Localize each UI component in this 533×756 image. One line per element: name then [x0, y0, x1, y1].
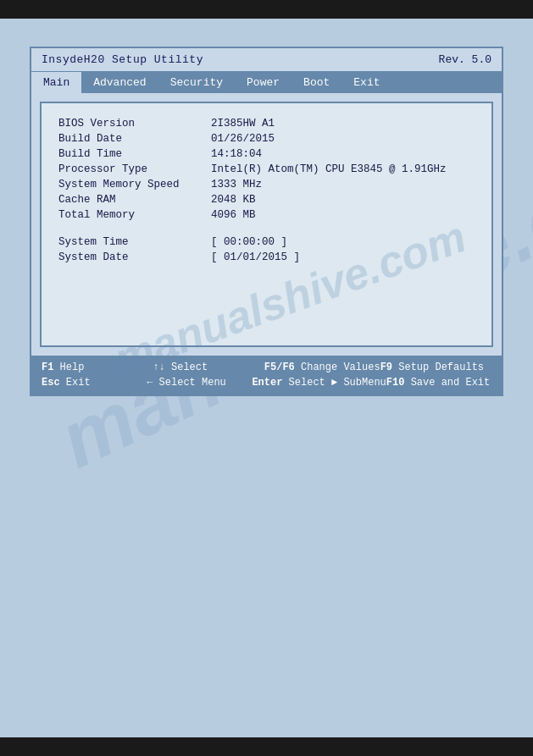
menu-item-security[interactable]: Security [158, 72, 235, 93]
bios-revision: Rev. 5.0 [439, 53, 491, 66]
content-area: BIOS Version 2I385HW A1 Build Date 01/26… [40, 102, 493, 347]
field-label: Build Date [58, 131, 211, 146]
field-value: 14:18:04 [211, 146, 475, 162]
bios-title-bar: InsydeH20 Setup Utility Rev. 5.0 [31, 48, 502, 72]
field-value: 2I385HW A1 [211, 116, 475, 131]
key-f1-desc: Help [60, 361, 85, 373]
table-row-date: System Date [ 01/01/2015 ] [58, 250, 475, 265]
menu-item-exit[interactable]: Exit [341, 72, 391, 93]
field-value-date[interactable]: [ 01/01/2015 ] [211, 250, 475, 265]
footer-row-2: Esc Exit ← Select Menu Enter Select ► Su… [42, 375, 491, 390]
menu-bar: Main Advanced Security Power Boot Exit [31, 72, 502, 93]
bios-container: InsydeH20 Setup Utility Rev. 5.0 Main Ad… [30, 47, 503, 396]
key-left-desc: Select Menu [159, 377, 226, 389]
footer-enter-select: Enter Select ► SubMenu [252, 375, 386, 390]
bottom-bar [0, 737, 533, 756]
top-bar [0, 0, 533, 19]
key-f9: F9 [380, 361, 392, 373]
key-updown: ↑↓ [153, 361, 164, 373]
key-enter-desc: Select ► SubMenu [289, 377, 386, 389]
footer-row-1: F1 Help ↑↓ Select F5/F6 Change Values F9… [42, 360, 491, 375]
key-f5f6-desc: Change Values [301, 361, 380, 373]
field-value: 1333 MHz [211, 177, 475, 192]
bios-title: InsydeH20 Setup Utility [42, 53, 203, 66]
table-row: Build Date 01/26/2015 [58, 131, 475, 146]
menu-item-advanced[interactable]: Advanced [81, 72, 158, 93]
table-row: System Memory Speed 1333 MHz [58, 177, 475, 192]
footer-esc-exit: Esc Exit [42, 375, 147, 390]
key-updown-desc: Select [171, 361, 208, 373]
field-value: Intel(R) Atom(TM) CPU E3845 @ 1.91GHz [211, 162, 475, 177]
spacer-row [58, 223, 475, 235]
footer-f9-defaults: F9 Setup Defaults [380, 360, 491, 375]
table-row: Processor Type Intel(R) Atom(TM) CPU E38… [58, 162, 475, 177]
table-row: Total Memory 4096 MB [58, 207, 475, 223]
field-value-time[interactable]: [ 00:00:00 ] [211, 235, 475, 250]
field-value: 4096 MB [211, 207, 475, 223]
field-label: System Date [58, 250, 211, 265]
field-label: Cache RAM [58, 192, 211, 207]
field-label: Build Time [58, 146, 211, 162]
table-row: Cache RAM 2048 KB [58, 192, 475, 207]
footer-f1-help: F1 Help [42, 360, 153, 375]
table-row-time: System Time [ 00:00:00 ] [58, 235, 475, 250]
table-row: Build Time 14:18:04 [58, 146, 475, 162]
field-label: System Memory Speed [58, 177, 211, 192]
field-label: System Time [58, 235, 211, 250]
footer-f5f6-change: F5/F6 Change Values [264, 360, 380, 375]
key-esc-desc: Exit [66, 377, 91, 389]
footer-updown-select: ↑↓ Select [153, 360, 264, 375]
menu-item-main[interactable]: Main [31, 72, 81, 93]
key-f1: F1 [42, 361, 53, 373]
field-value: 01/26/2015 [211, 131, 475, 146]
key-enter: Enter [252, 377, 282, 389]
footer-f10-save: F10 Save and Exit [386, 375, 491, 390]
field-label: Processor Type [58, 162, 211, 177]
field-value: 2048 KB [211, 192, 475, 207]
menu-item-power[interactable]: Power [235, 72, 291, 93]
menu-item-boot[interactable]: Boot [291, 72, 341, 93]
info-table: BIOS Version 2I385HW A1 Build Date 01/26… [58, 116, 475, 265]
key-f5f6: F5/F6 [264, 361, 295, 373]
footer-area: F1 Help ↑↓ Select F5/F6 Change Values F9… [31, 356, 502, 395]
key-esc: Esc [42, 377, 60, 389]
key-left: ← [147, 377, 153, 389]
field-label: Total Memory [58, 207, 211, 223]
key-f10-desc: Save and Exit [411, 377, 491, 389]
table-row: BIOS Version 2I385HW A1 [58, 116, 475, 131]
field-label: BIOS Version [58, 116, 211, 131]
key-f10: F10 [386, 377, 405, 389]
footer-left-menu: ← Select Menu [147, 375, 252, 390]
key-f9-desc: Setup Defaults [398, 361, 484, 373]
